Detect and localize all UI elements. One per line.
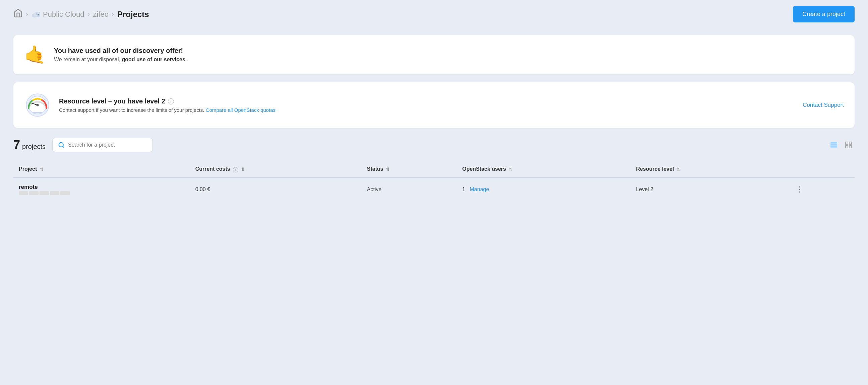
cell-status: Active xyxy=(362,177,457,202)
cell-more-actions: ⋮ xyxy=(787,177,855,202)
cell-project-name: remote xyxy=(13,177,190,202)
sort-users-icon: ⇅ xyxy=(509,167,512,172)
search-input[interactable] xyxy=(68,142,147,148)
table-row: remote 0,00 € Active 1 xyxy=(13,177,855,202)
public-cloud-label: Public Cloud xyxy=(43,10,85,19)
col-header-costs[interactable]: Current costs i ⇅ xyxy=(190,161,362,177)
svg-rect-16 xyxy=(849,142,851,144)
alert-text-block: You have used all of our discovery offer… xyxy=(54,47,188,63)
breadcrumb-chevron-3: › xyxy=(112,11,114,18)
compare-quotas-link[interactable]: Compare all OpenStack quotas xyxy=(206,107,276,113)
projects-label: Projects xyxy=(117,10,149,19)
cell-users: 1 Manage xyxy=(457,177,631,202)
sort-project-icon: ⇅ xyxy=(40,167,43,172)
zifeo-label[interactable]: zifeo xyxy=(93,10,108,19)
svg-rect-18 xyxy=(849,146,851,148)
resource-gauge-icon xyxy=(24,92,51,118)
cost-value: 0,00 € xyxy=(195,186,210,192)
projects-table: Project ⇅ Current costs i ⇅ Status ⇅ Ope… xyxy=(13,161,855,202)
view-toggle xyxy=(828,139,855,151)
projects-count-label: projects xyxy=(22,143,45,151)
id-block-5 xyxy=(60,191,70,195)
projects-toolbar: 7 projects xyxy=(13,138,855,152)
header: › ☁ Public Cloud › zifeo › Projects Crea… xyxy=(0,0,868,29)
costs-info-icon[interactable]: i xyxy=(233,167,238,172)
svg-text:☁: ☁ xyxy=(37,12,39,15)
svg-rect-9 xyxy=(33,112,42,113)
contact-support-link[interactable]: Contact Support xyxy=(803,102,844,108)
grid-view-button[interactable] xyxy=(842,139,855,151)
resource-level-value: Level 2 xyxy=(636,186,653,192)
sort-level-icon: ⇅ xyxy=(677,167,680,172)
col-header-status[interactable]: Status ⇅ xyxy=(362,161,457,177)
resource-level-title: Resource level – you have level 2 i xyxy=(59,97,795,105)
public-cloud-nav-item[interactable]: ☁ Public Cloud xyxy=(31,10,85,19)
resource-level-card: Resource level – you have level 2 i Cont… xyxy=(13,82,855,128)
projects-count: 7 projects xyxy=(13,138,45,152)
col-header-project[interactable]: Project ⇅ xyxy=(13,161,190,177)
id-block-2 xyxy=(29,191,38,195)
cell-resource-level: Level 2 xyxy=(631,177,787,202)
breadcrumb-chevron-1: › xyxy=(26,11,28,18)
main-content: 🤙 You have used all of our discovery off… xyxy=(0,29,868,215)
project-id-masked xyxy=(19,191,185,195)
col-header-actions xyxy=(787,161,855,177)
col-header-users[interactable]: OpenStack users ⇅ xyxy=(457,161,631,177)
cell-costs: 0,00 € xyxy=(190,177,362,202)
svg-point-8 xyxy=(36,104,38,106)
status-badge: Active xyxy=(367,186,382,192)
svg-rect-15 xyxy=(845,142,848,144)
search-icon xyxy=(58,142,65,148)
search-box xyxy=(52,138,153,152)
breadcrumb-chevron-2: › xyxy=(88,11,90,18)
alert-emoji: 🤙 xyxy=(24,44,46,65)
discovery-offer-alert: 🤙 You have used all of our discovery off… xyxy=(13,35,855,74)
resource-description: Contact support if you want to increase … xyxy=(59,107,795,113)
resource-info-block: Resource level – you have level 2 i Cont… xyxy=(59,97,795,113)
home-icon[interactable] xyxy=(13,8,23,20)
sort-status-icon: ⇅ xyxy=(386,167,390,172)
col-header-level[interactable]: Resource level ⇅ xyxy=(631,161,787,177)
id-block-4 xyxy=(50,191,59,195)
svg-line-11 xyxy=(63,146,64,148)
resource-info-icon[interactable]: i xyxy=(168,98,174,104)
list-view-button[interactable] xyxy=(828,139,840,151)
project-name-label[interactable]: remote xyxy=(19,184,185,190)
alert-description: We remain at your disposal, good use of … xyxy=(54,57,188,63)
breadcrumb: › ☁ Public Cloud › zifeo › Projects xyxy=(13,8,149,20)
row-more-button[interactable]: ⋮ xyxy=(793,184,806,195)
create-project-button[interactable]: Create a project xyxy=(793,6,855,23)
manage-link[interactable]: Manage xyxy=(470,186,489,192)
projects-count-number: 7 xyxy=(13,138,20,152)
id-block-3 xyxy=(39,191,49,195)
svg-rect-17 xyxy=(845,146,848,148)
users-count: 1 xyxy=(462,186,465,192)
alert-title: You have used all of our discovery offer… xyxy=(54,47,188,55)
sort-costs-icon: ⇅ xyxy=(241,167,245,172)
id-block-1 xyxy=(19,191,28,195)
